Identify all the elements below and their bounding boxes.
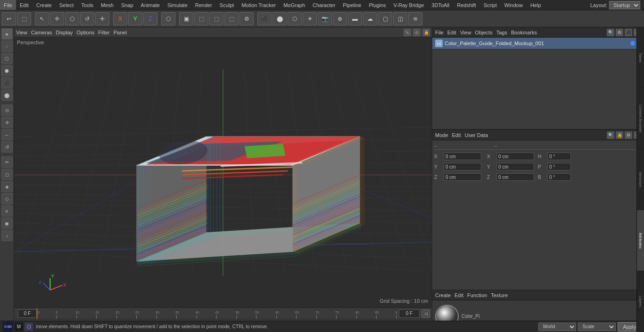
undo-button[interactable]: ↩ bbox=[2, 12, 16, 25]
viewport-menu-options[interactable]: Options bbox=[76, 30, 94, 35]
rp-search[interactable]: 🔍 bbox=[607, 29, 614, 36]
attr-lock[interactable]: 🔒 bbox=[616, 131, 623, 139]
bevel-sb[interactable]: ◇ bbox=[1, 193, 13, 204]
select-tool[interactable]: ↖ bbox=[35, 12, 49, 25]
y-axis-btn[interactable]: Y bbox=[128, 12, 142, 25]
viewport-3d[interactable]: X Y Z Perspective Grid Spacing : 10 cm bbox=[14, 38, 432, 308]
tab-content-browser[interactable]: Content Browser bbox=[637, 88, 644, 149]
menu-3dtoall[interactable]: 3DToAll bbox=[428, 0, 453, 10]
rp-view[interactable]: View bbox=[460, 30, 471, 35]
viewport-menu-panel[interactable]: Panel bbox=[114, 30, 127, 35]
attr-mode[interactable]: Mode bbox=[435, 132, 448, 138]
rp-tags[interactable]: Tags bbox=[496, 30, 507, 35]
camera-btn[interactable]: 📷 bbox=[318, 12, 332, 25]
object-entry[interactable]: L0 Color_Palette_Guide_Folded_Mockup_001 bbox=[432, 38, 644, 49]
snap-button[interactable]: ⬚ bbox=[17, 12, 31, 25]
cylinder-btn[interactable]: ⬡ bbox=[288, 12, 302, 25]
attr-x-pos[interactable]: 0 cm bbox=[444, 153, 481, 160]
menu-select[interactable]: Select bbox=[56, 0, 78, 10]
attr-y-pos[interactable]: 0 cm bbox=[444, 163, 481, 170]
rp-dots[interactable]: ⬛ bbox=[625, 29, 632, 36]
scale-sb[interactable]: ↔ bbox=[1, 129, 13, 140]
mat-create[interactable]: Create bbox=[435, 292, 451, 298]
menu-help[interactable]: Help bbox=[527, 0, 545, 10]
viewport-menu-filter[interactable]: Filter bbox=[98, 30, 109, 35]
edges-mode[interactable]: ⟋ bbox=[1, 40, 13, 52]
menu-file[interactable]: File bbox=[0, 0, 16, 10]
env-btn[interactable]: ◫ bbox=[393, 12, 407, 25]
viewport-lock[interactable]: 🔒 bbox=[422, 29, 430, 36]
weld-sb[interactable]: ◉ bbox=[1, 218, 13, 229]
rp-objects[interactable]: Objects bbox=[475, 30, 492, 35]
menu-vray[interactable]: V-Ray Bridge bbox=[390, 0, 428, 10]
attr-z-pos[interactable]: 0 cm bbox=[444, 173, 481, 181]
render-scene[interactable]: ⬚ bbox=[209, 12, 223, 25]
rp-settings[interactable]: ⚙ bbox=[616, 29, 623, 36]
attr-y-scale[interactable]: 0 cm bbox=[496, 163, 534, 170]
cube-btn[interactable]: ⬛ bbox=[257, 12, 272, 25]
object-mode[interactable]: ⬛ bbox=[1, 77, 13, 89]
layout-dropdown[interactable]: Startup bbox=[609, 1, 640, 9]
menu-tools[interactable]: Tools bbox=[77, 0, 97, 10]
tab-takes[interactable]: Takes bbox=[637, 27, 644, 88]
menu-animate[interactable]: Animate bbox=[137, 0, 164, 10]
menu-snap[interactable]: Snap bbox=[117, 0, 137, 10]
rotate-sb[interactable]: ↺ bbox=[1, 141, 13, 153]
scale-tool[interactable]: ⬡ bbox=[65, 12, 79, 25]
select-live[interactable]: ⊙ bbox=[1, 105, 13, 116]
attr-userdata[interactable]: User Data bbox=[465, 132, 488, 138]
pen-sb[interactable]: ✏ bbox=[1, 156, 13, 168]
menu-plugins[interactable]: Plugins bbox=[365, 0, 389, 10]
bg-btn[interactable]: ▢ bbox=[378, 12, 392, 25]
world-dropdown[interactable]: World bbox=[538, 323, 576, 331]
mat-edit[interactable]: Edit bbox=[454, 292, 463, 298]
menu-edit[interactable]: Edit bbox=[16, 0, 33, 10]
uvw-mode[interactable]: ⬢ bbox=[1, 65, 13, 76]
mat-texture[interactable]: Texture bbox=[491, 292, 508, 298]
menu-window[interactable]: Window bbox=[501, 0, 527, 10]
attr-edit[interactable]: Edit bbox=[452, 132, 461, 138]
rp-bookmarks[interactable]: Bookmarks bbox=[511, 30, 537, 35]
menu-sculpt[interactable]: Sculpt bbox=[216, 0, 238, 10]
attr-h-val[interactable]: 0 ° bbox=[547, 153, 571, 160]
menu-create[interactable]: Create bbox=[33, 0, 56, 10]
attr-p-val[interactable]: 0 ° bbox=[547, 163, 571, 170]
rotate-tool[interactable]: ↺ bbox=[80, 12, 94, 25]
move-sb[interactable]: ✛ bbox=[1, 117, 13, 128]
timeline-ruler[interactable]: 0 F 0 5 10 15 20 bbox=[14, 308, 432, 319]
tab-layers[interactable]: Layers bbox=[637, 271, 644, 332]
attr-settings[interactable]: ⚙ bbox=[625, 131, 632, 139]
menu-pipeline[interactable]: Pipeline bbox=[339, 0, 365, 10]
loop-sb[interactable]: ◻ bbox=[1, 169, 13, 180]
tab-attributes[interactable]: Attributes bbox=[637, 210, 644, 271]
object-mode-btn[interactable]: ⬡ bbox=[161, 12, 175, 25]
floor-btn[interactable]: ▬ bbox=[348, 12, 362, 25]
viewport-menu-cameras[interactable]: Cameras bbox=[31, 30, 52, 35]
menu-redshift[interactable]: Redshift bbox=[453, 0, 479, 10]
bridge-sb[interactable]: ≡ bbox=[1, 205, 13, 217]
render-region[interactable]: ▣ bbox=[179, 12, 193, 25]
current-frame-input[interactable]: 0 F bbox=[399, 309, 420, 318]
dot-render[interactable] bbox=[630, 41, 635, 46]
x-axis-btn[interactable]: X bbox=[113, 12, 127, 25]
sky-btn[interactable]: ☁ bbox=[363, 12, 377, 25]
null-btn[interactable]: ⊕ bbox=[333, 12, 347, 25]
menu-mesh[interactable]: Mesh bbox=[97, 0, 117, 10]
attr-search[interactable]: 🔍 bbox=[607, 131, 614, 139]
render-settings[interactable]: ⚙ bbox=[239, 12, 254, 25]
menu-motion-tracker[interactable]: Motion Tracker bbox=[238, 0, 280, 10]
tab-structure[interactable]: Structure bbox=[637, 149, 644, 210]
viewport-split[interactable]: ⊹ bbox=[413, 29, 421, 36]
viewport-menu-view[interactable]: View bbox=[16, 30, 27, 35]
z-axis-btn[interactable]: Z bbox=[143, 12, 157, 25]
transform-tool[interactable]: ✛ bbox=[95, 12, 109, 25]
sphere-btn[interactable]: ⬤ bbox=[272, 12, 287, 25]
add-render[interactable]: ⬚ bbox=[224, 12, 239, 25]
rp-file[interactable]: File bbox=[435, 30, 444, 35]
points-mode[interactable]: ● bbox=[1, 28, 13, 40]
mat-function[interactable]: Function bbox=[467, 292, 487, 298]
menu-render[interactable]: Render bbox=[191, 0, 216, 10]
attr-b-val[interactable]: 0 ° bbox=[547, 173, 571, 181]
rp-edit[interactable]: Edit bbox=[447, 30, 456, 35]
timeline-track[interactable]: 0 5 10 15 20 25 30 35 bbox=[37, 308, 397, 319]
